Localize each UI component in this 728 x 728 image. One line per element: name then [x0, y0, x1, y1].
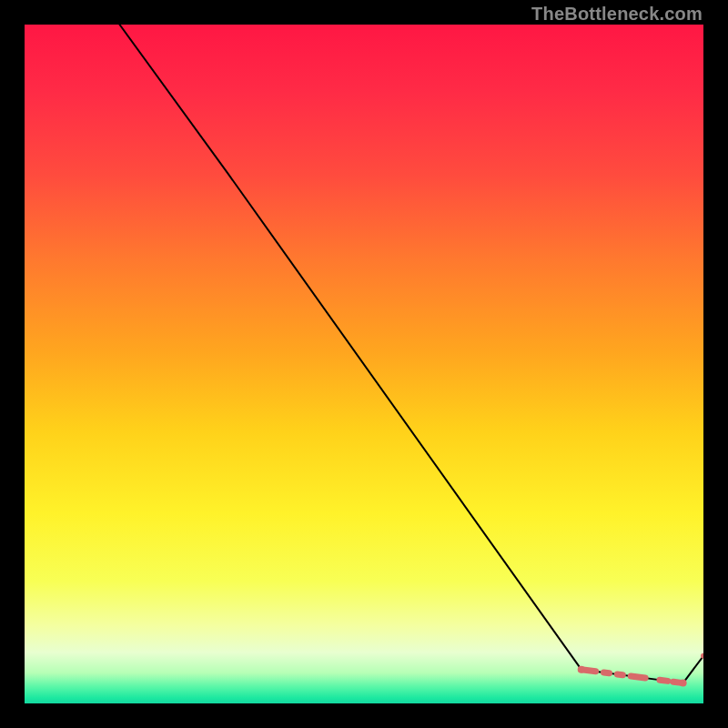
- curve-marker: [680, 680, 687, 687]
- curve-marker: [578, 666, 585, 673]
- chart-stage: TheBottleneck.com: [0, 0, 728, 728]
- chart-svg: [25, 25, 703, 703]
- chart-plot-area: [25, 25, 703, 703]
- watermark-text: TheBottleneck.com: [531, 4, 703, 25]
